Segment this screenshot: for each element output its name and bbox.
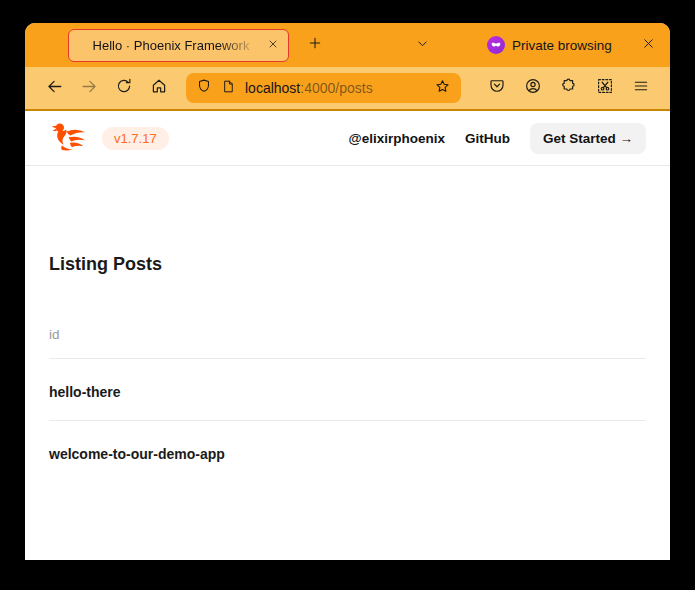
version-badge: v1.7.17 [102, 127, 169, 150]
reload-button[interactable] [111, 75, 137, 101]
url-text[interactable]: localhost:4000/posts [245, 80, 425, 96]
table-row[interactable]: hello-there [49, 359, 646, 421]
tab-title: Hello · Phoenix Framework [79, 38, 263, 53]
list-all-tabs-button[interactable] [409, 32, 435, 58]
reload-icon [115, 77, 133, 99]
active-tab[interactable]: Hello · Phoenix Framework [68, 29, 289, 62]
tab-close-button[interactable] [263, 35, 283, 55]
hamburger-icon [632, 77, 650, 99]
mask-icon [487, 36, 505, 54]
extensions-button[interactable] [556, 75, 582, 101]
column-header-id: id [49, 275, 646, 359]
plus-icon [307, 35, 323, 55]
address-bar[interactable]: localhost:4000/posts [186, 73, 461, 103]
account-button[interactable] [520, 75, 546, 101]
new-tab-button[interactable] [302, 32, 328, 58]
navigation-toolbar: localhost:4000/posts [25, 67, 670, 111]
toolbar-right-icons [474, 75, 654, 101]
private-browsing-indicator: Private browsing [487, 36, 612, 54]
url-host: localhost [245, 80, 300, 96]
arrow-left-icon [45, 77, 64, 100]
home-icon [150, 77, 168, 99]
post-id-cell[interactable]: welcome-to-our-demo-app [49, 421, 646, 483]
get-started-button[interactable]: Get Started → [530, 123, 646, 154]
bookmark-star-icon[interactable] [434, 78, 451, 99]
account-icon [524, 77, 542, 99]
scissors-icon [596, 77, 614, 99]
chevron-down-icon [415, 36, 430, 55]
posts-table: id hello-there welcome-to-our-demo-app [49, 275, 646, 482]
page-info-icon[interactable] [221, 79, 236, 98]
page-title: Listing Posts [49, 254, 646, 275]
main-area: Listing Posts id hello-there welcome-to-… [25, 254, 670, 482]
link-github[interactable]: GitHub [465, 131, 510, 146]
table-row[interactable]: welcome-to-our-demo-app [49, 421, 646, 483]
private-browsing-label: Private browsing [512, 38, 612, 53]
screenshot-button[interactable] [592, 75, 618, 101]
header-nav: @elixirphoenix GitHub Get Started → [349, 123, 646, 154]
shield-icon[interactable] [196, 78, 212, 98]
phoenix-logo-icon[interactable] [49, 121, 89, 156]
close-icon [641, 36, 656, 55]
post-id-cell[interactable]: hello-there [49, 359, 646, 421]
pocket-icon [488, 77, 506, 99]
page-content: v1.7.17 @elixirphoenix GitHub Get Starte… [25, 111, 670, 560]
close-icon [267, 36, 279, 54]
browser-window: Hello · Phoenix Framework Pri [25, 23, 670, 560]
url-path: :4000/posts [300, 80, 372, 96]
arrow-right-icon [80, 77, 99, 100]
tab-bar: Hello · Phoenix Framework Pri [25, 23, 670, 67]
menu-button[interactable] [628, 75, 654, 101]
home-button[interactable] [146, 75, 172, 101]
back-button[interactable] [41, 75, 67, 101]
forward-button[interactable] [76, 75, 102, 101]
window-close-button[interactable] [635, 32, 661, 58]
link-elixirphoenix[interactable]: @elixirphoenix [349, 131, 445, 146]
pocket-button[interactable] [484, 75, 510, 101]
puzzle-icon [560, 77, 578, 99]
site-header: v1.7.17 @elixirphoenix GitHub Get Starte… [25, 111, 670, 166]
